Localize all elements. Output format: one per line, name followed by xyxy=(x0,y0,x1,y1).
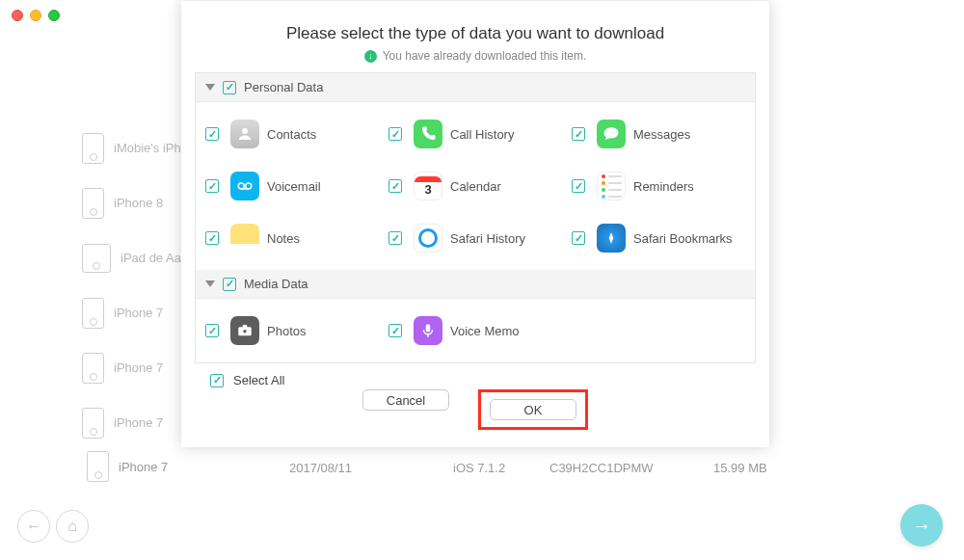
svg-rect-8 xyxy=(426,324,431,332)
item-voice-memo[interactable]: Voice Memo xyxy=(388,305,572,357)
zoom-window-icon[interactable] xyxy=(48,10,60,21)
item-photos[interactable]: Photos xyxy=(205,305,388,357)
iphone-icon xyxy=(87,451,109,482)
svg-point-1 xyxy=(238,183,244,189)
iphone-icon xyxy=(82,188,104,219)
item-safari-bookmarks[interactable]: Safari Bookmarks xyxy=(572,212,755,264)
svg-point-2 xyxy=(246,183,252,189)
notes-icon xyxy=(230,224,259,253)
device-name: iPhone 7 xyxy=(119,460,168,474)
dialog-subtitle-text: You have already downloaded this item. xyxy=(383,49,587,63)
item-safari-history[interactable]: Safari History xyxy=(388,212,572,264)
item-voicemail[interactable]: Voicemail xyxy=(205,160,388,212)
item-reminders[interactable]: Reminders xyxy=(572,160,755,212)
group-header-personal[interactable]: Personal Data xyxy=(196,73,755,102)
group-label: Personal Data xyxy=(244,80,323,94)
cancel-button[interactable]: Cancel xyxy=(362,389,449,411)
media-data-grid: Photos Voice Memo xyxy=(196,299,755,362)
checkbox[interactable] xyxy=(572,179,585,193)
dialog-title: Please select the type of data you want … xyxy=(195,24,756,43)
checkbox-personal-all[interactable] xyxy=(223,81,236,94)
messages-icon xyxy=(597,120,626,148)
voicemail-icon xyxy=(230,172,259,200)
iphone-icon xyxy=(82,353,104,384)
backup-date: 2017/08/11 xyxy=(289,461,453,475)
disclosure-triangle-icon xyxy=(205,280,215,287)
checkbox[interactable] xyxy=(572,127,585,141)
cancel-label: Cancel xyxy=(387,393,425,408)
select-all-row: Select All xyxy=(195,363,756,387)
item-messages[interactable]: Messages xyxy=(572,108,755,160)
checkbox[interactable] xyxy=(572,231,585,245)
item-label: Voice Memo xyxy=(450,324,520,338)
item-label: Safari History xyxy=(450,231,525,246)
item-label: Photos xyxy=(267,324,306,338)
item-call-history[interactable]: Call History xyxy=(388,108,572,160)
safari-bookmarks-icon xyxy=(597,224,626,253)
next-button[interactable]: → xyxy=(900,504,943,547)
checkbox-media-all[interactable] xyxy=(223,278,236,291)
serial-number: C39H2CC1DPMW xyxy=(549,461,713,475)
home-button[interactable]: ⌂ xyxy=(56,510,89,543)
iphone-icon xyxy=(82,408,104,439)
svg-marker-4 xyxy=(609,232,614,244)
phone-icon xyxy=(414,120,442,148)
item-label: Reminders xyxy=(633,179,694,194)
checkbox[interactable] xyxy=(388,324,402,337)
group-header-media[interactable]: Media Data xyxy=(196,270,755,299)
close-window-icon[interactable] xyxy=(12,10,23,21)
arrow-right-icon: → xyxy=(912,515,931,537)
device-name: iPhone 7 xyxy=(114,306,163,320)
ok-label: OK xyxy=(524,403,543,417)
item-label: Contacts xyxy=(267,127,316,142)
item-calendar[interactable]: 3Calendar xyxy=(388,160,572,212)
device-name: iMobie's iPh xyxy=(114,141,181,155)
calendar-day: 3 xyxy=(424,182,431,197)
download-badge-icon: ↓ xyxy=(364,50,377,63)
device-details-row: iPhone 7 2017/08/11 iOS 7.1.2 C39H2CC1DP… xyxy=(87,451,790,485)
window-controls xyxy=(12,10,60,21)
minimize-window-icon[interactable] xyxy=(30,10,41,21)
item-notes[interactable]: Notes xyxy=(205,212,388,264)
reminders-icon xyxy=(597,172,626,200)
contacts-icon xyxy=(230,120,259,148)
data-type-panel: Personal Data Contacts Call History Mess… xyxy=(195,72,756,363)
checkbox[interactable] xyxy=(388,231,402,245)
backup-size: 15.99 MB xyxy=(713,461,790,475)
safari-history-icon xyxy=(414,224,442,253)
select-all-label: Select All xyxy=(233,373,284,387)
checkbox-select-all[interactable] xyxy=(210,374,224,387)
home-icon: ⌂ xyxy=(67,518,77,535)
group-label: Media Data xyxy=(244,277,308,291)
checkbox[interactable] xyxy=(205,179,219,193)
personal-data-grid: Contacts Call History Messages Voicemail… xyxy=(196,102,755,270)
ok-button[interactable]: OK xyxy=(490,399,576,420)
item-label: Voicemail xyxy=(267,179,321,194)
arrow-left-icon: ← xyxy=(26,518,41,535)
camera-icon xyxy=(230,316,259,345)
back-button[interactable]: ← xyxy=(17,510,50,543)
ipad-icon xyxy=(82,244,111,273)
checkbox[interactable] xyxy=(205,127,219,141)
device-name: iPhone 7 xyxy=(114,360,163,375)
checkbox[interactable] xyxy=(205,231,219,245)
microphone-icon xyxy=(414,316,442,345)
checkbox[interactable] xyxy=(388,127,402,141)
iphone-icon xyxy=(82,133,104,164)
dialog-buttons: Cancel OK xyxy=(195,389,756,430)
item-contacts[interactable]: Contacts xyxy=(205,108,388,160)
item-label: Call History xyxy=(450,127,514,142)
item-label: Calendar xyxy=(450,179,501,194)
ios-version: iOS 7.1.2 xyxy=(453,461,549,475)
dialog-subtitle: ↓ You have already downloaded this item. xyxy=(195,49,756,63)
calendar-icon: 3 xyxy=(414,172,442,200)
svg-point-0 xyxy=(242,128,248,134)
device-name: iPad de Aar xyxy=(120,251,185,265)
checkbox[interactable] xyxy=(388,179,402,193)
item-label: Notes xyxy=(267,231,300,246)
device-name: iPhone 8 xyxy=(114,196,163,210)
item-label: Safari Bookmarks xyxy=(633,231,733,246)
item-label: Messages xyxy=(633,127,690,142)
checkbox[interactable] xyxy=(205,324,219,337)
device-name: iPhone 7 xyxy=(114,415,163,430)
